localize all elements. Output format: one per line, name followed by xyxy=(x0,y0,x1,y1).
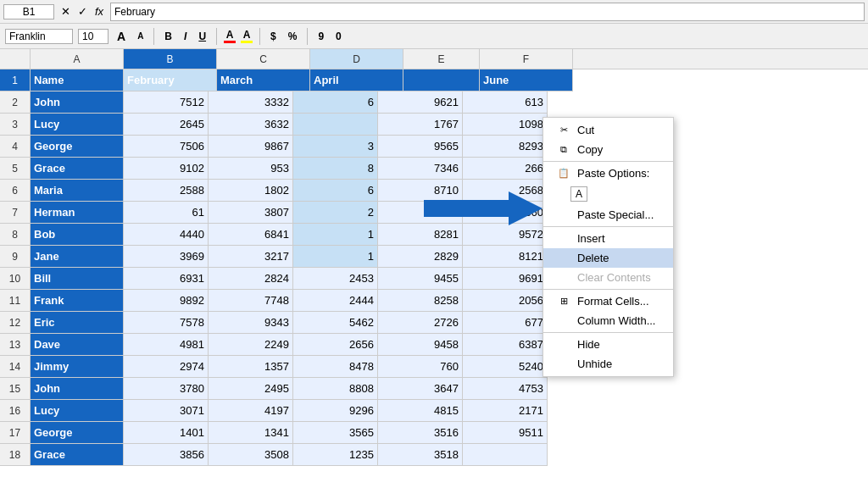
fill-color-btn[interactable]: A xyxy=(241,29,253,43)
cell-e14[interactable]: 760 xyxy=(378,356,463,378)
row-num-16[interactable]: 16 xyxy=(0,400,31,422)
menu-item-clear-contents[interactable]: Clear Contents xyxy=(543,268,673,287)
bold-btn[interactable]: B xyxy=(161,29,175,44)
cell-d17[interactable]: 3565 xyxy=(293,422,378,444)
cell-d10[interactable]: 2453 xyxy=(293,268,378,290)
percent-btn[interactable]: % xyxy=(285,29,301,44)
cell-a16[interactable]: Lucy xyxy=(31,400,124,422)
cell-e4[interactable]: 9565 xyxy=(378,136,463,158)
cell-d1[interactable]: April xyxy=(310,69,403,92)
cell-c14[interactable]: 1357 xyxy=(209,356,293,378)
cell-c6[interactable]: 1802 xyxy=(209,180,293,202)
currency-btn[interactable]: $ xyxy=(267,29,280,44)
cell-b10[interactable]: 6931 xyxy=(124,268,209,290)
cell-b12[interactable]: 7578 xyxy=(124,312,209,334)
menu-item-copy[interactable]: ⧉ Copy xyxy=(543,140,673,159)
cell-a7[interactable]: Herman xyxy=(31,202,124,224)
cell-e13[interactable]: 9458 xyxy=(378,334,463,356)
row-num-10[interactable]: 10 xyxy=(0,268,31,290)
cell-f16[interactable]: 2171 xyxy=(463,400,548,422)
cell-c2[interactable]: 3332 xyxy=(209,92,293,114)
cell-c18[interactable]: 3508 xyxy=(209,444,293,466)
cell-a15[interactable]: John xyxy=(31,378,124,400)
cell-e11[interactable]: 8258 xyxy=(378,290,463,312)
cell-e9[interactable]: 2829 xyxy=(378,246,463,268)
cell-f18[interactable] xyxy=(463,444,548,466)
font-size-decrease-btn[interactable]: A xyxy=(134,30,147,42)
row-num-9[interactable]: 9 xyxy=(0,246,31,268)
menu-item-delete[interactable]: Delete xyxy=(543,248,673,268)
cell-f13[interactable]: 6387 xyxy=(463,334,548,356)
cell-d13[interactable]: 2656 xyxy=(293,334,378,356)
cell-c9[interactable]: 3217 xyxy=(209,246,293,268)
font-name-input[interactable] xyxy=(5,29,73,44)
cell-e3[interactable]: 1767 xyxy=(378,114,463,136)
font-size-increase-btn[interactable]: A xyxy=(114,28,129,45)
col-header-a[interactable]: A xyxy=(31,49,124,69)
cell-d15[interactable]: 8808 xyxy=(293,378,378,400)
cell-e12[interactable]: 2726 xyxy=(378,312,463,334)
row-num-15[interactable]: 15 xyxy=(0,378,31,400)
row-num-5[interactable]: 5 xyxy=(0,158,31,180)
cell-d3[interactable] xyxy=(293,114,378,136)
col-header-e[interactable]: E xyxy=(403,49,480,69)
menu-item-paste-special[interactable]: Paste Special... xyxy=(543,205,673,225)
cell-b6[interactable]: 2588 xyxy=(124,180,209,202)
cell-f17[interactable]: 9511 xyxy=(463,422,548,444)
cell-a1[interactable]: Name xyxy=(31,69,124,92)
cell-e1[interactable] xyxy=(403,69,480,92)
cell-b7[interactable]: 61 xyxy=(124,202,209,224)
cell-a2[interactable]: John xyxy=(31,92,124,114)
cell-f9[interactable]: 8121 xyxy=(463,246,548,268)
row-num-3[interactable]: 3 xyxy=(0,114,31,136)
cell-c5[interactable]: 953 xyxy=(209,158,293,180)
misc-btn-2[interactable]: 0 xyxy=(332,29,345,44)
cell-a9[interactable]: Jane xyxy=(31,246,124,268)
cell-f12[interactable]: 677 xyxy=(463,312,548,334)
cell-d8[interactable]: 1 xyxy=(293,224,378,246)
cell-a12[interactable]: Eric xyxy=(31,312,124,334)
cell-f1[interactable]: June xyxy=(480,69,573,92)
cell-a8[interactable]: Bob xyxy=(31,224,124,246)
row-num-18[interactable]: 18 xyxy=(0,444,31,466)
row-num-8[interactable]: 8 xyxy=(0,224,31,246)
cell-d6[interactable]: 6 xyxy=(293,180,378,202)
cell-c17[interactable]: 1341 xyxy=(209,422,293,444)
formula-input[interactable] xyxy=(110,3,865,21)
row-num-7[interactable]: 7 xyxy=(0,202,31,224)
cell-c13[interactable]: 2249 xyxy=(209,334,293,356)
cell-d9[interactable]: 1 xyxy=(293,246,378,268)
cell-a3[interactable]: Lucy xyxy=(31,114,124,136)
cell-b17[interactable]: 1401 xyxy=(124,422,209,444)
row-num-4[interactable]: 4 xyxy=(0,136,31,158)
cell-a13[interactable]: Dave xyxy=(31,334,124,356)
cell-a11[interactable]: Frank xyxy=(31,290,124,312)
cell-c4[interactable]: 9867 xyxy=(209,136,293,158)
cell-e17[interactable]: 3516 xyxy=(378,422,463,444)
cell-b13[interactable]: 4981 xyxy=(124,334,209,356)
row-num-12[interactable]: 12 xyxy=(0,312,31,334)
cell-c1[interactable]: March xyxy=(217,69,310,92)
misc-btn-1[interactable]: 9 xyxy=(314,29,327,44)
cell-a6[interactable]: Maria xyxy=(31,180,124,202)
cell-f15[interactable]: 4753 xyxy=(463,378,548,400)
cell-c15[interactable]: 2495 xyxy=(209,378,293,400)
cell-d14[interactable]: 8478 xyxy=(293,356,378,378)
menu-item-cut[interactable]: ✂ Cut xyxy=(543,120,673,140)
cell-b11[interactable]: 9892 xyxy=(124,290,209,312)
col-header-f[interactable]: F xyxy=(480,49,573,69)
cell-c16[interactable]: 4197 xyxy=(209,400,293,422)
cell-b2[interactable]: 7512 xyxy=(124,92,209,114)
cell-d2[interactable]: 6 xyxy=(293,92,378,114)
cell-e18[interactable]: 3518 xyxy=(378,444,463,466)
row-num-17[interactable]: 17 xyxy=(0,422,31,444)
cell-a17[interactable]: George xyxy=(31,422,124,444)
cell-d18[interactable]: 1235 xyxy=(293,444,378,466)
cell-e10[interactable]: 9455 xyxy=(378,268,463,290)
cell-d5[interactable]: 8 xyxy=(293,158,378,180)
confirm-formula-btn[interactable]: ✓ xyxy=(75,4,90,19)
row-num-13[interactable]: 13 xyxy=(0,334,31,356)
cell-a4[interactable]: George xyxy=(31,136,124,158)
cell-e5[interactable]: 7346 xyxy=(378,158,463,180)
cell-b4[interactable]: 7506 xyxy=(124,136,209,158)
